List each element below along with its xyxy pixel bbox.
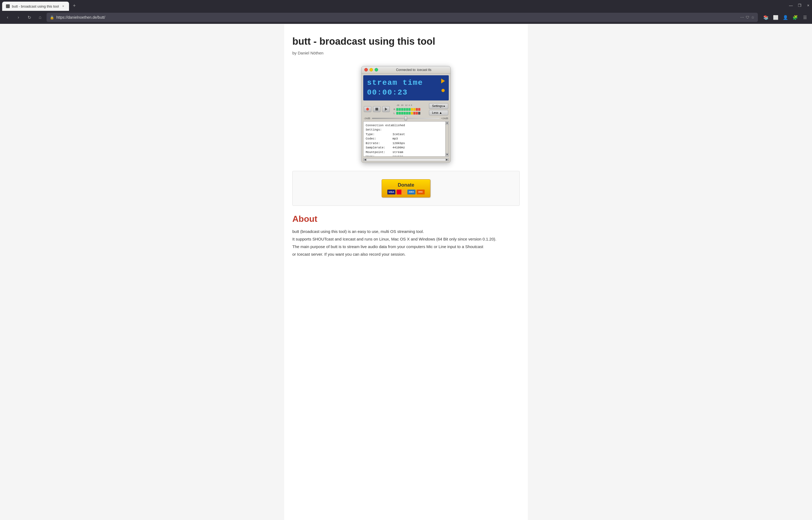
play-button[interactable]	[382, 106, 390, 112]
donate-cards: VISA AMEX DISC	[387, 189, 425, 194]
donate-button[interactable]: Donate VISA AMEX DISC	[382, 179, 430, 198]
more-icon[interactable]: ⋯	[740, 15, 744, 20]
address-input[interactable]: 🔒 https://danielnoethen.de/butt/ ⋯ 🛡 ☆	[47, 13, 758, 22]
r-channel-label: R	[394, 108, 396, 111]
log-line-8: User: source	[366, 154, 446, 157]
window-controls: — ❐ ×	[787, 2, 812, 11]
about-section: About butt (broadcast using this tool) i…	[292, 214, 520, 258]
display-line2: 00:00:23	[367, 88, 423, 98]
about-heading: About	[292, 214, 520, 224]
log-scroll-down[interactable]: ▼	[446, 153, 449, 156]
maximize-dot[interactable]	[374, 68, 378, 72]
l-bar-5	[406, 112, 408, 114]
back-button[interactable]: ‹	[3, 13, 12, 22]
active-tab[interactable]: butt - broadcast using this tool ×	[2, 2, 69, 11]
l-bar-9	[416, 112, 418, 114]
vu-row-r: R	[394, 108, 427, 111]
app-hscroll[interactable]: ◀ ▶	[363, 158, 449, 161]
volume-handle[interactable]	[404, 116, 407, 121]
app-titlebar: Connected to: icecast tls	[362, 67, 450, 74]
minimize-dot[interactable]	[369, 68, 373, 72]
log-scrollbar[interactable]: ▲ ▼	[445, 122, 448, 156]
l-bar-2	[399, 112, 401, 114]
tab-close-button[interactable]: ×	[61, 4, 65, 8]
close-button[interactable]: ×	[805, 2, 812, 9]
r-bar-3	[401, 108, 403, 111]
r-bar-1	[396, 108, 398, 111]
url-text: https://danielnoethen.de/butt/	[56, 15, 738, 20]
discover-icon: DISC	[417, 189, 425, 194]
l-bar-7	[411, 112, 413, 114]
hscroll-left[interactable]: ◀	[364, 158, 367, 161]
hscroll-right[interactable]: ▶	[445, 158, 448, 161]
browser-toolbar-icons: 📚 ⬜ 👤 🧩 ☰	[762, 14, 809, 21]
l-channel-label: L	[394, 112, 396, 114]
vu-row-l: L	[394, 112, 427, 114]
new-tab-button[interactable]: +	[70, 2, 78, 10]
log-content: Connection established Settings: Type: I…	[366, 123, 446, 157]
lock-icon: 🔒	[50, 16, 54, 20]
r-bar-2	[399, 108, 401, 111]
volume-slider[interactable]	[372, 118, 440, 119]
tab-bar: butt - broadcast using this tool × + — ❐…	[0, 0, 812, 11]
vol-label-right: +24dB	[441, 117, 448, 120]
volume-row: -24dB +24dB	[362, 116, 450, 121]
donate-section: Donate VISA AMEX DISC	[292, 171, 520, 206]
forward-button[interactable]: ›	[14, 13, 23, 22]
hamburger-icon[interactable]: ☰	[801, 14, 809, 21]
r-bar-7	[411, 108, 413, 111]
r-bars	[396, 108, 420, 111]
log-line-3: Type: IceCast	[366, 132, 446, 137]
record-button[interactable]	[364, 106, 371, 112]
app-log: Connection established Settings: Type: I…	[363, 121, 449, 157]
hscroll-track[interactable]	[367, 159, 445, 161]
display-line1: stream time	[367, 78, 423, 88]
vu-label-30: -30	[396, 104, 399, 106]
amex-icon: AMEX	[408, 189, 416, 194]
play-indicator	[441, 79, 445, 83]
r-bar-9	[416, 108, 418, 111]
log-line-5: Bitrate: 128kbps	[366, 141, 446, 146]
account-icon[interactable]: 👤	[782, 14, 789, 21]
vu-meters: -30 20 12 4 0 R	[394, 104, 427, 114]
shield-icon[interactable]: 🛡	[746, 15, 750, 20]
about-para-1: butt (broadcast using this tool) is an e…	[292, 228, 520, 235]
app-controls: -30 20 12 4 0 R	[362, 102, 450, 116]
display-text: stream time 00:00:23	[367, 78, 423, 98]
l-bar-1	[396, 112, 398, 114]
vu-label-4: 4	[409, 104, 410, 106]
app-display: stream time 00:00:23	[363, 75, 449, 101]
home-button[interactable]: ⌂	[36, 13, 45, 22]
l-bars	[396, 112, 420, 114]
l-bar-4	[403, 112, 406, 114]
l-bar-10	[418, 112, 420, 114]
synced-tabs-icon[interactable]: ⬜	[772, 14, 780, 21]
signal-indicator	[442, 89, 445, 92]
log-line-1: Connection established	[366, 123, 446, 128]
maximize-button[interactable]: ❐	[796, 2, 803, 9]
play-triangle-small	[385, 107, 387, 111]
close-dot[interactable]	[364, 68, 368, 72]
donate-label: Donate	[398, 182, 414, 188]
browser-chrome: butt - broadcast using this tool × + — ❐…	[0, 0, 812, 24]
stop-button[interactable]	[373, 106, 381, 112]
minimize-button[interactable]: —	[787, 2, 795, 9]
r-bar-5	[406, 108, 408, 111]
log-scroll-up[interactable]: ▲	[446, 122, 449, 125]
log-line-6: Samplerate: 44100Hz	[366, 146, 446, 150]
about-para-3: The main purpose of butt is to stream li…	[292, 243, 520, 250]
tab-title: butt - broadcast using this tool	[12, 4, 59, 8]
about-text: butt (broadcast using this tool) is an e…	[292, 228, 520, 258]
less-button[interactable]: Less ▲	[429, 110, 448, 115]
mastercard-icon	[396, 189, 406, 194]
settings-button[interactable]: Settings ▸	[429, 103, 448, 109]
extensions-icon[interactable]: 🧩	[791, 14, 799, 21]
library-icon[interactable]: 📚	[762, 14, 770, 21]
log-line-2: Settings:	[366, 128, 446, 132]
tab-favicon	[6, 4, 10, 8]
refresh-button[interactable]: ↻	[25, 13, 33, 22]
vu-label-0: 0	[411, 104, 412, 106]
log-line-7: Mountpoint: stream	[366, 150, 446, 155]
settings-less-col: Settings ▸ Less ▲	[429, 103, 448, 115]
bookmark-icon[interactable]: ☆	[751, 15, 755, 20]
